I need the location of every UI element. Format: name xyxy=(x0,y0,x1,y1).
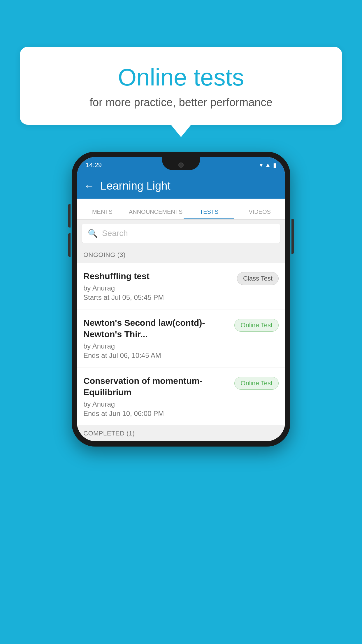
test-item-2-by: by Anurag xyxy=(83,342,230,350)
tab-videos[interactable]: VIDEOS xyxy=(234,209,285,219)
test-item-2-badge: Online Test xyxy=(234,319,279,332)
search-icon: 🔍 xyxy=(88,229,98,238)
test-item-2[interactable]: Newton's Second law(contd)-Newton's Thir… xyxy=(77,309,285,368)
speech-bubble-subtitle: for more practice, better performance xyxy=(31,96,331,109)
camera xyxy=(178,162,184,168)
tabs-bar: MENTS ANNOUNCEMENTS TESTS VIDEOS xyxy=(77,199,285,220)
search-placeholder: Search xyxy=(102,229,128,238)
phone-container: 14:29 ▾ ▲ ▮ ← Learning Light MENTS ANNOU… xyxy=(72,152,290,447)
phone-outer: 14:29 ▾ ▲ ▮ ← Learning Light MENTS ANNOU… xyxy=(72,152,290,447)
section-completed-header: COMPLETED (1) xyxy=(77,426,285,441)
test-item-3-badge: Online Test xyxy=(234,377,279,390)
volume-down-button xyxy=(68,233,71,257)
test-item-3[interactable]: Conservation of momentum-Equilibrium by … xyxy=(77,368,285,426)
section-ongoing-header: ONGOING (3) xyxy=(77,247,285,263)
speech-bubble-title: Online tests xyxy=(31,64,331,90)
wifi-icon: ▾ xyxy=(260,162,263,169)
volume-up-button xyxy=(68,204,71,228)
speech-bubble: Online tests for more practice, better p… xyxy=(20,47,342,125)
test-item-3-date: Ends at Jun 10, 06:00 PM xyxy=(83,410,230,418)
tab-ments[interactable]: MENTS xyxy=(77,209,128,219)
status-time: 14:29 xyxy=(86,161,102,169)
test-item-2-title: Newton's Second law(contd)-Newton's Thir… xyxy=(83,317,230,340)
tab-announcements[interactable]: ANNOUNCEMENTS xyxy=(128,209,184,219)
power-button xyxy=(291,219,294,254)
search-container: 🔍 Search xyxy=(77,220,285,247)
test-item-1[interactable]: Reshuffling test by Anurag Starts at Jul… xyxy=(77,263,285,309)
signal-icon: ▲ xyxy=(265,162,271,168)
test-item-2-content: Newton's Second law(contd)-Newton's Thir… xyxy=(83,317,230,360)
test-item-1-by: by Anurag xyxy=(83,284,233,292)
test-item-2-date: Ends at Jul 06, 10:45 AM xyxy=(83,351,230,360)
test-item-1-date: Starts at Jul 05, 05:45 PM xyxy=(83,293,233,302)
app-title: Learning Light xyxy=(100,180,171,192)
test-item-1-title: Reshuffling test xyxy=(83,270,233,282)
back-arrow-icon[interactable]: ← xyxy=(84,180,94,192)
app-bar: ← Learning Light xyxy=(77,173,285,199)
battery-icon: ▮ xyxy=(273,162,276,169)
test-item-3-content: Conservation of momentum-Equilibrium by … xyxy=(83,375,230,418)
status-icons: ▾ ▲ ▮ xyxy=(260,162,276,169)
test-item-3-title: Conservation of momentum-Equilibrium xyxy=(83,375,230,398)
status-bar: 14:29 ▾ ▲ ▮ xyxy=(77,157,285,173)
speech-bubble-container: Online tests for more practice, better p… xyxy=(20,47,342,125)
search-input[interactable]: 🔍 Search xyxy=(82,224,280,243)
tab-tests[interactable]: TESTS xyxy=(184,209,234,219)
phone-screen: 14:29 ▾ ▲ ▮ ← Learning Light MENTS ANNOU… xyxy=(77,157,285,441)
test-item-1-content: Reshuffling test by Anurag Starts at Jul… xyxy=(83,270,233,302)
test-item-3-by: by Anurag xyxy=(83,400,230,408)
test-item-1-badge: Class Test xyxy=(237,272,279,285)
notch xyxy=(162,157,200,170)
